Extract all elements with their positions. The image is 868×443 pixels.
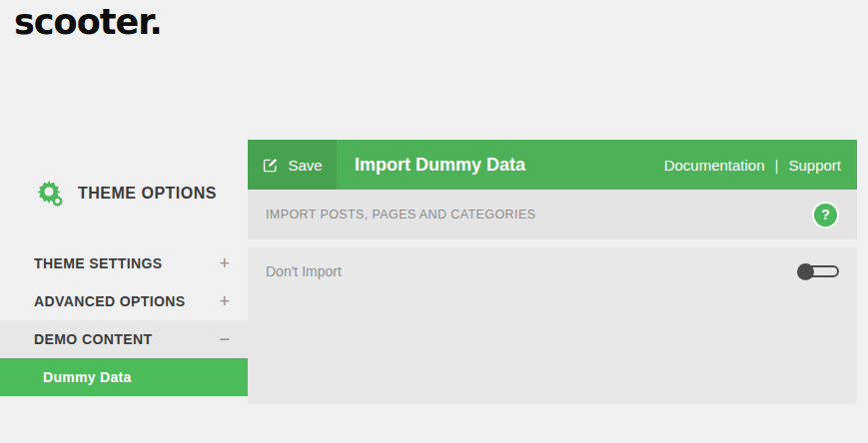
sidebar-menu: THEME SETTINGS + ADVANCED OPTIONS + DEMO… [0, 244, 248, 396]
save-button[interactable]: Save [248, 140, 337, 190]
section-header: IMPORT POSTS, PAGES AND CATEGORIES ? [248, 190, 857, 239]
header-links: Documentation | Support [664, 157, 841, 174]
toggle-knob[interactable] [797, 263, 814, 280]
sidebar-item-demo-content[interactable]: DEMO CONTENT − [0, 320, 248, 358]
section-title: IMPORT POSTS, PAGES AND CATEGORIES [266, 208, 535, 222]
help-icon[interactable]: ? [812, 202, 839, 228]
plus-icon[interactable]: + [219, 254, 230, 272]
sidebar-subitem-dummy-data[interactable]: Dummy Data [0, 358, 248, 396]
save-button-label: Save [288, 157, 322, 174]
theme-options-header: THEME OPTIONS [36, 178, 217, 210]
sidebar-subitem-label: Dummy Data [43, 369, 132, 385]
gear-icon [36, 178, 66, 210]
panel-header: Save Import Dummy Data Documentation | S… [248, 140, 857, 190]
plus-icon[interactable]: + [219, 292, 230, 310]
sidebar-item-advanced-options[interactable]: ADVANCED OPTIONS + [0, 282, 248, 320]
sidebar-item-theme-settings[interactable]: THEME SETTINGS + [0, 244, 248, 282]
panel-content: Don't Import [248, 247, 857, 404]
sidebar-item-label: DEMO CONTENT [34, 331, 152, 347]
support-link[interactable]: Support [788, 157, 841, 174]
page-title: Import Dummy Data [355, 155, 664, 176]
documentation-link[interactable]: Documentation [664, 157, 765, 174]
import-toggle-switch[interactable] [797, 262, 839, 280]
options-panel: Save Import Dummy Data Documentation | S… [248, 140, 857, 396]
sidebar-item-label: THEME SETTINGS [34, 255, 163, 271]
link-separator: | [775, 157, 779, 174]
sidebar-item-label: ADVANCED OPTIONS [34, 293, 186, 309]
sidebar-title: THEME OPTIONS [78, 185, 217, 203]
minus-icon[interactable]: − [219, 330, 230, 348]
import-field-row: Don't Import [266, 247, 839, 295]
import-field-label: Don't Import [266, 263, 342, 279]
edit-icon [262, 157, 279, 174]
site-logo: scooter. [14, 2, 162, 42]
